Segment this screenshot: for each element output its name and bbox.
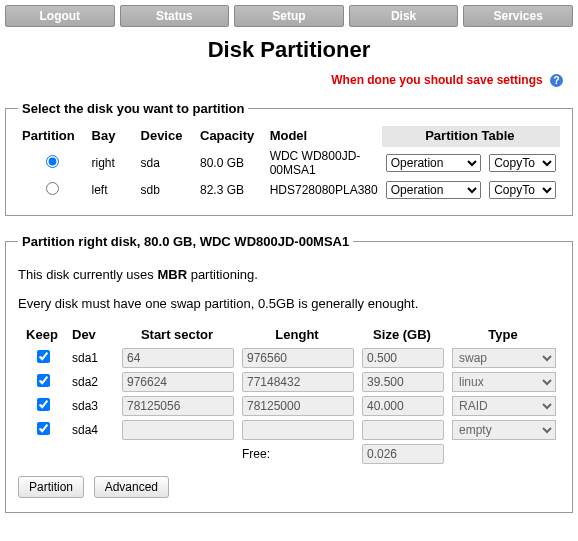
partition-row: sda3 RAID	[18, 394, 560, 418]
phdr-type: Type	[448, 325, 560, 346]
partition-legend: Partition right disk, 80.0 GB, WDC WD800…	[18, 234, 353, 249]
disk-select-radio[interactable]	[46, 155, 59, 168]
nav-status[interactable]: Status	[120, 5, 230, 27]
phdr-dev: Dev	[68, 325, 118, 346]
free-label: Free:	[238, 442, 358, 466]
size-input[interactable]	[362, 420, 444, 440]
hdr-bay: Bay	[88, 126, 137, 147]
hdr-model: Model	[266, 126, 382, 147]
length-input[interactable]	[242, 372, 354, 392]
size-input[interactable]	[362, 396, 444, 416]
part-dev: sda1	[68, 346, 118, 370]
free-value	[362, 444, 444, 464]
disk-dev: sda	[137, 147, 196, 179]
part-dev: sda3	[68, 394, 118, 418]
partition-panel: Partition right disk, 80.0 GB, WDC WD800…	[5, 234, 573, 513]
disk-bay: left	[88, 179, 137, 201]
disk-select-legend: Select the disk you want to partition	[18, 101, 248, 116]
disk-dev: sdb	[137, 179, 196, 201]
nav-disk[interactable]: Disk	[349, 5, 459, 27]
size-input[interactable]	[362, 348, 444, 368]
partition-table: Keep Dev Start sector Lenght Size (GB) T…	[18, 325, 560, 466]
type-select[interactable]: RAID	[452, 396, 556, 416]
phdr-len: Lenght	[238, 325, 358, 346]
phdr-keep: Keep	[18, 325, 68, 346]
keep-checkbox[interactable]	[37, 374, 50, 387]
keep-checkbox[interactable]	[37, 350, 50, 363]
disk-select-panel: Select the disk you want to partition Pa…	[5, 101, 573, 216]
disk-operation-select[interactable]: Operation	[386, 181, 481, 199]
hdr-device: Device	[137, 126, 196, 147]
start-input[interactable]	[122, 420, 234, 440]
start-input[interactable]	[122, 372, 234, 392]
type-select[interactable]: linux	[452, 372, 556, 392]
disk-operation-select[interactable]: Operation	[386, 154, 481, 172]
nav-setup[interactable]: Setup	[234, 5, 344, 27]
nav-logout[interactable]: Logout	[5, 5, 115, 27]
disk-row: left sdb 82.3 GB HDS728080PLA380 Operati…	[18, 179, 560, 201]
partition-button[interactable]: Partition	[18, 476, 84, 498]
mbr-note: This disk currently uses MBR partitionin…	[18, 267, 560, 282]
disk-row: right sda 80.0 GB WDC WD800JD-00MSA1 Ope…	[18, 147, 560, 179]
top-nav: Logout Status Setup Disk Services	[5, 5, 573, 27]
page-title: Disk Partitioner	[5, 37, 573, 63]
phdr-start: Start sector	[118, 325, 238, 346]
type-select[interactable]: swap	[452, 348, 556, 368]
disk-table: Partition Bay Device Capacity Model Part…	[18, 126, 560, 201]
hdr-partition: Partition	[18, 126, 88, 147]
disk-cap: 82.3 GB	[196, 179, 266, 201]
disk-copyto-select[interactable]: CopyTo	[489, 181, 556, 199]
part-dev: sda2	[68, 370, 118, 394]
nav-services[interactable]: Services	[463, 5, 573, 27]
disk-cap: 80.0 GB	[196, 147, 266, 179]
help-icon[interactable]: ?	[550, 74, 563, 87]
disk-copyto-select[interactable]: CopyTo	[489, 154, 556, 172]
phdr-size: Size (GB)	[358, 325, 448, 346]
partition-row: sda1 swap	[18, 346, 560, 370]
hdr-partition-table: Partition Table	[382, 126, 560, 147]
disk-model: HDS728080PLA380	[266, 179, 382, 201]
type-select[interactable]: empty	[452, 420, 556, 440]
size-input[interactable]	[362, 372, 444, 392]
save-warning: When done you should save settings ?	[5, 73, 563, 87]
length-input[interactable]	[242, 420, 354, 440]
length-input[interactable]	[242, 396, 354, 416]
part-dev: sda4	[68, 418, 118, 442]
keep-checkbox[interactable]	[37, 398, 50, 411]
start-input[interactable]	[122, 348, 234, 368]
hdr-capacity: Capacity	[196, 126, 266, 147]
disk-bay: right	[88, 147, 137, 179]
swap-note: Every disk must have one swap partition,…	[18, 296, 560, 311]
disk-select-radio[interactable]	[46, 182, 59, 195]
advanced-button[interactable]: Advanced	[94, 476, 169, 498]
keep-checkbox[interactable]	[37, 422, 50, 435]
partition-row: sda4 empty	[18, 418, 560, 442]
length-input[interactable]	[242, 348, 354, 368]
warning-text: When done you should save settings	[331, 73, 542, 87]
partition-row: sda2 linux	[18, 370, 560, 394]
disk-model: WDC WD800JD-00MSA1	[266, 147, 382, 179]
start-input[interactable]	[122, 396, 234, 416]
